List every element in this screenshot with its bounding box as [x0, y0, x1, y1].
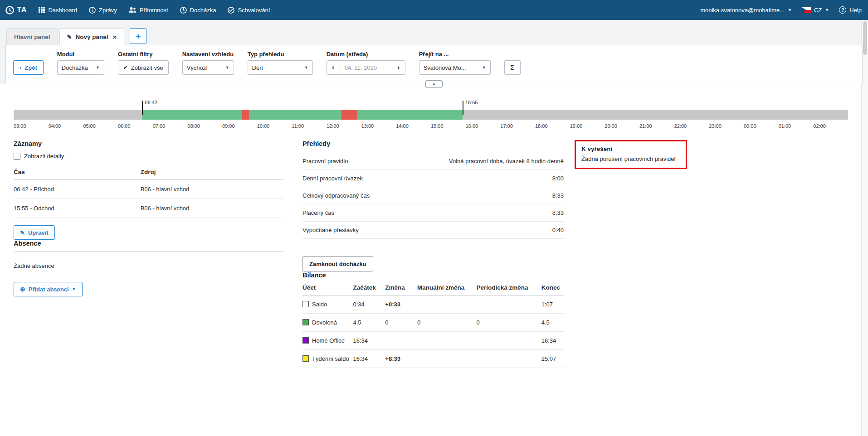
- next-day-button[interactable]: ›: [392, 60, 405, 75]
- sum-button[interactable]: Σ: [504, 60, 521, 75]
- balance-account-cell: Home Office: [302, 332, 353, 350]
- collapse-toolbar-button[interactable]: ▲: [425, 80, 443, 88]
- overview-label: Denní pracovní úvazek: [302, 175, 363, 182]
- goto-person-select[interactable]: Svatonová Mo... ▼: [419, 60, 491, 75]
- records-table: Čas Zdroj 06:42 - Příchod B06 - hlavní v…: [14, 169, 283, 218]
- issues-title: K vyřešení: [581, 145, 680, 152]
- timeline-hour-label: 02:00: [813, 123, 826, 129]
- overview-row: Celkový odpracovaný čas 8:33: [302, 187, 564, 204]
- language-menu[interactable]: CZ ▼: [802, 7, 829, 14]
- pencil-icon: ✎: [20, 229, 25, 236]
- issues-column: K vyřešení Žádná porušení pracovních pra…: [575, 140, 687, 169]
- balance-row: Dovolená 4.5 0 0 0 4.5: [302, 314, 564, 332]
- overview-row: Pracovní pravidlo Volná pracovní doba, ú…: [302, 153, 564, 170]
- chevron-down-icon: ▼: [225, 65, 229, 70]
- clock-logo-icon: [5, 6, 14, 15]
- overview-title: Přehledy: [302, 140, 564, 147]
- clock-icon: [180, 7, 187, 14]
- view-type-select[interactable]: Den ▼: [248, 60, 313, 75]
- timeline-hour-label: 01:00: [779, 123, 791, 129]
- account-name: Saldo: [312, 301, 327, 308]
- timeline-hour-label: 19:00: [570, 123, 583, 129]
- balance-start: 0:34: [353, 296, 385, 314]
- balance-manual: [417, 350, 476, 368]
- chevron-down-icon: ▼: [72, 287, 76, 291]
- edit-label: Upravit: [28, 229, 49, 236]
- record-row[interactable]: 15:55 - Odchod B06 - hlavní vchod: [14, 199, 283, 218]
- back-button[interactable]: ‹ Zpět: [13, 60, 44, 75]
- nav-item-dashboard[interactable]: Dashboard: [39, 7, 77, 14]
- plus-circle-icon: ⊕: [20, 286, 25, 293]
- balance-start: 16:34: [353, 350, 385, 368]
- appearance-group: Nastavení vzhledu Výchozí ▼: [182, 51, 234, 75]
- account-color-swatch: [302, 355, 309, 362]
- timeline-marker-label: 15:55: [465, 100, 478, 105]
- date-field[interactable]: 04. 11. 2020: [340, 60, 392, 75]
- timeline-hour-label: 21:00: [639, 123, 652, 129]
- modul-select[interactable]: Docházka ▼: [57, 60, 104, 75]
- tab-close-icon[interactable]: ×: [112, 33, 117, 41]
- timeline-hour-label: 05:00: [83, 123, 96, 129]
- record-row[interactable]: 06:42 - Příchod B06 - hlavní vchod: [14, 180, 283, 199]
- help-icon: ?: [839, 6, 846, 14]
- record-source: B06 - hlavní vchod: [141, 180, 283, 199]
- timeline-hour-label: 10:00: [257, 123, 270, 129]
- balance-start: 4.5: [353, 314, 385, 332]
- add-panel-button[interactable]: +: [130, 28, 146, 44]
- balance-change: [385, 332, 417, 350]
- show-all-filters-button[interactable]: ✔ Zobrazit vše: [118, 60, 169, 75]
- show-details-row[interactable]: Zobrazit detaily: [14, 153, 283, 160]
- balance-manual: 0: [417, 314, 476, 332]
- overview-label: Vypočítané přestávky: [302, 227, 359, 233]
- balance-header: Změna: [385, 284, 417, 296]
- add-absence-label: Přidat absenci: [29, 286, 69, 293]
- app-logo[interactable]: TA: [5, 5, 27, 15]
- timeline-hour-labels: 03:0004:0005:0006:0007:0008:0009:0010:00…: [14, 123, 848, 130]
- user-menu[interactable]: monika.svatonova@mobatime... ▼: [700, 7, 792, 14]
- balance-table: Účet Začátek Změna Manuální změna Period…: [302, 284, 564, 368]
- nav-item-label: Přítomnost: [140, 7, 168, 14]
- previous-day-button[interactable]: ‹: [327, 60, 340, 75]
- tab-novy-panel[interactable]: ✎ Nový panel ×: [59, 28, 125, 45]
- filter-toolbar: ‹ Zpět Modul Docházka ▼ Ostatní filtry ✔…: [5, 45, 863, 84]
- timeline-break-segment: [242, 110, 249, 120]
- add-absence-button[interactable]: ⊕ Přidat absenci ▼: [14, 282, 83, 296]
- records-column: Záznamy Zobrazit detaily Čas Zdroj 06:42…: [14, 140, 283, 296]
- account-name: Dovolená: [312, 319, 337, 326]
- scrollbar-thumb[interactable]: [863, 21, 867, 55]
- overview-value: 8:33: [552, 209, 564, 216]
- show-details-label: Zobrazit detaily: [24, 153, 64, 160]
- checkbox-icon[interactable]: [14, 153, 20, 160]
- lock-attendance-button[interactable]: Zamknout docházku: [302, 256, 373, 271]
- balance-end: 25:07: [541, 350, 564, 368]
- nav-item-pritomnost[interactable]: Přítomnost: [129, 7, 168, 14]
- timeline-marker: 15:55: [463, 101, 463, 115]
- appearance-select[interactable]: Výchozí ▼: [182, 60, 234, 75]
- balance-title: Bilance: [302, 271, 564, 279]
- account-color-swatch: [302, 337, 309, 344]
- nav-item-schvalovani[interactable]: Schvalování: [228, 7, 270, 14]
- nav-item-dochazka[interactable]: Docházka: [180, 7, 216, 14]
- users-icon: [129, 7, 137, 13]
- overview-value: 8:00: [552, 175, 564, 182]
- tab-hlavni-panel[interactable]: Hlavní panel: [6, 28, 58, 45]
- check-circle-icon: [228, 7, 234, 14]
- balance-header: Účet: [302, 284, 353, 296]
- edit-records-button[interactable]: ✎ Upravit: [14, 225, 55, 240]
- timeline-work-segment: [142, 110, 463, 120]
- issues-text: Žádná porušení pracovních pravidel: [581, 155, 680, 162]
- overview-value: 0:40: [552, 227, 564, 233]
- content-columns: Záznamy Zobrazit detaily Čas Zdroj 06:42…: [14, 140, 848, 368]
- account-name: Týdenní saldo: [312, 355, 349, 362]
- nav-item-zpravy[interactable]: Zprávy: [89, 7, 117, 14]
- user-email: monika.svatonova@mobatime...: [700, 7, 785, 14]
- help-menu[interactable]: ? Help: [839, 6, 862, 14]
- modul-value: Docházka: [62, 64, 88, 71]
- timeline-hour-label: 15:00: [431, 123, 444, 129]
- overview-label: Pracovní pravidlo: [302, 158, 348, 165]
- cz-flag-icon: [802, 7, 811, 13]
- goto-label: Přejít na ...: [419, 51, 491, 58]
- modul-label: Modul: [57, 51, 104, 58]
- timeline-hour-label: 23:00: [709, 123, 722, 129]
- panel-header-zone: Hlavní panel ✎ Nový panel × + ‹ Zpět Mod…: [0, 20, 868, 84]
